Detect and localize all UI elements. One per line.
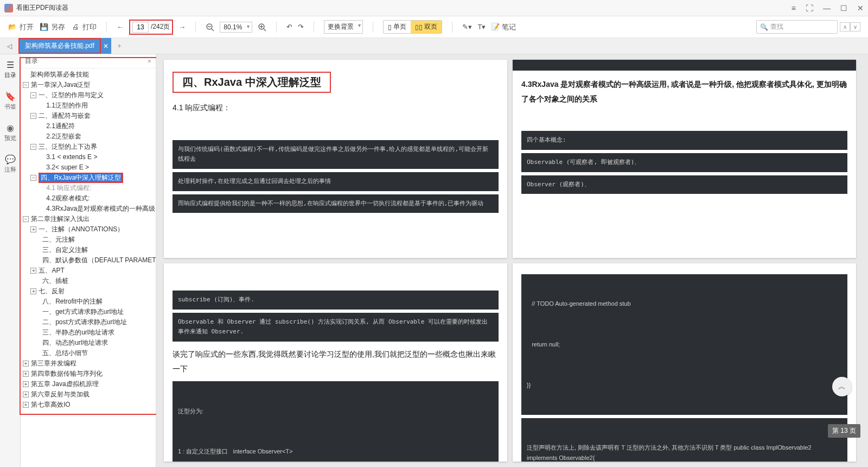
toc-item[interactable]: 二、元注解 xyxy=(23,235,155,245)
toc-item[interactable]: +一、注解（ANNOTATIONS） xyxy=(23,224,155,235)
code-block: 泛型分为: 1 : 自定义泛型接口 interface Observer<T> … xyxy=(173,381,499,462)
search-next-button[interactable]: ∨ xyxy=(850,22,860,31)
code-block: Observer (观察者)、 xyxy=(521,175,847,194)
toc-item[interactable]: 三、自定义注解 xyxy=(23,245,155,255)
toc-ch7[interactable]: +第七章高效IO xyxy=(23,400,155,410)
minimize-icon[interactable]: — xyxy=(823,4,831,12)
toc-item[interactable]: −二、通配符与嵌套 xyxy=(23,111,155,121)
toc-item[interactable]: 二、post方式请求静态url地址 xyxy=(23,317,155,327)
code-block: 泛型声明在方法上, 则除去该声明有 T 泛型的方法之外, 其他方法不识别 T 类… xyxy=(521,418,847,462)
rail-preview[interactable]: ◉预览 xyxy=(4,123,16,142)
toc-item[interactable]: 3.1 < extends E > xyxy=(23,152,155,162)
tab-close-button[interactable]: ✕ xyxy=(100,38,111,54)
body-text: 谈完了响应式的一些东西,我觉得既然要讨论学习泛型的使用,我们就把泛型的一些概念也… xyxy=(173,347,499,376)
notes-button[interactable]: 📝笔记 xyxy=(491,22,516,32)
prev-page-button[interactable]: ← xyxy=(117,23,124,31)
document-tab[interactable]: 架构师筑基必备技能.pdf xyxy=(18,38,101,54)
menu-icon[interactable]: ≡ xyxy=(792,4,796,12)
rail-toc[interactable]: ☰目录 xyxy=(4,60,16,79)
single-page-icon: ▯ xyxy=(388,23,392,31)
background-select[interactable]: 更换背景 xyxy=(324,20,363,34)
print-button[interactable]: 🖨打印 xyxy=(71,22,97,32)
toc-item[interactable]: 4.2观察者模式: xyxy=(23,193,155,204)
code-block: // TODO Auto-generated method stub retur… xyxy=(521,274,847,415)
search-prev-button[interactable]: ∧ xyxy=(840,22,850,31)
page-top-left: 四、RxJava 中深入理解泛型 4.1 响应式编程： 与我们传统编码(函数式编… xyxy=(164,60,507,258)
toc-item[interactable]: 八、Retrofit中的注解 xyxy=(23,296,155,307)
toc-item[interactable]: −一、泛型的作用与定义 xyxy=(23,90,155,100)
toc-tree: 架构师筑基必备技能 −第一章深入Java泛型 −一、泛型的作用与定义 1.1泛型… xyxy=(21,68,156,467)
open-button[interactable]: 📂打开 xyxy=(8,22,34,32)
toc-ch3[interactable]: +第三章并发编程 xyxy=(23,358,155,369)
title-bar: 看图王PDF阅读器 ≡ ⛶ — ☐ ✕ xyxy=(0,0,868,16)
toc-header: 目录 × xyxy=(21,54,156,68)
toc-item[interactable]: 四、动态的url地址请求 xyxy=(23,338,155,348)
rail-bookmark[interactable]: 🔖书签 xyxy=(4,91,16,111)
page-bottom-left: subscribe (订阅)、事件. Observable 和 Observer… xyxy=(164,263,507,462)
search-icon: 🔍 xyxy=(760,23,768,31)
toc-ch5[interactable]: +第五章 Java虚拟机原理 xyxy=(23,379,155,389)
bookmark-icon: 🔖 xyxy=(5,91,16,102)
highlight-button[interactable]: ✎▾ xyxy=(462,23,472,31)
toc-title: 目录 xyxy=(25,56,38,66)
toc-item[interactable]: 六、插桩 xyxy=(23,276,155,286)
save-icon: 💾 xyxy=(39,22,49,32)
toc-close-button[interactable]: × xyxy=(147,57,151,65)
saveas-button[interactable]: 💾另存 xyxy=(39,22,65,32)
single-page-button[interactable]: ▯单页 xyxy=(384,21,411,33)
eye-icon: ◉ xyxy=(7,123,14,133)
code-block: Observable (可观察者, 即被观察者)、 xyxy=(521,153,847,172)
zoom-in-button[interactable] xyxy=(258,23,266,31)
dark-strip xyxy=(513,60,856,71)
double-page-button[interactable]: ▯▯双页 xyxy=(411,21,442,33)
rail-annot[interactable]: 💬注释 xyxy=(4,154,16,174)
annot-icon: 💬 xyxy=(5,154,16,165)
collapse-sidebar-button[interactable]: ◁ xyxy=(0,38,18,54)
code-block: 而响应式编程提供给我们的是一种不一样的思想,在响应式编程的世界中一切执行流程都是… xyxy=(173,194,499,213)
maximize-icon[interactable]: ☐ xyxy=(840,4,847,12)
code-block: subscribe (订阅)、事件. xyxy=(173,291,499,310)
toc-item[interactable]: 2.2泛型嵌套 xyxy=(23,131,155,142)
toc-ch4[interactable]: +第四章数据传输与序列化 xyxy=(23,369,155,379)
code-block: 处理耗时操作,在处理完成之后通过回调去处理之后的事情 xyxy=(173,172,499,191)
toc-ch6[interactable]: +第六章反射与类加载 xyxy=(23,389,155,400)
svg-line-4 xyxy=(264,29,266,31)
search-input[interactable]: 🔍 查找 xyxy=(756,20,838,34)
undo-button[interactable]: ↶ xyxy=(286,23,292,31)
zoom-out-button[interactable] xyxy=(206,23,214,31)
close-icon[interactable]: ✕ xyxy=(857,4,864,12)
toc-item[interactable]: 四、默认参数值（DEFAULT PARAMETE xyxy=(23,255,155,266)
next-page-button[interactable]: → xyxy=(178,23,186,31)
toc-item[interactable]: 1.1泛型的作用 xyxy=(23,100,155,111)
back-to-top-button[interactable]: ︽ xyxy=(832,377,852,396)
redo-button[interactable]: ↷ xyxy=(298,23,304,31)
app-title: 看图王PDF阅读器 xyxy=(16,3,68,12)
toc-ch2[interactable]: −第二章注解深入浅出 xyxy=(23,214,155,224)
toc-item[interactable]: 3.2< super E > xyxy=(23,162,155,173)
toc-item[interactable]: 五、总结小细节 xyxy=(23,348,155,358)
toc-item[interactable]: 4.3RxJava是对观察者模式的一种高级 xyxy=(23,204,155,214)
tab-bar: ◁ 架构师筑基必备技能.pdf ✕ ＋ xyxy=(0,38,868,54)
new-tab-button[interactable]: ＋ xyxy=(111,38,127,54)
fullscreen-icon[interactable]: ⛶ xyxy=(806,4,813,12)
code-block: 与我们传统编码(函数式编程)不一样,传统编码是做完这件事之后做另外一件事,给人的… xyxy=(173,140,499,169)
double-page-icon: ▯▯ xyxy=(415,23,423,31)
code-block: Observable 和 Observer 通过 subscribe() 方法实… xyxy=(173,313,499,342)
toc-item[interactable]: 三、半静态的url地址请求 xyxy=(23,327,155,338)
zoom-select[interactable]: 80.1% xyxy=(220,22,252,33)
page-bottom-right: // TODO Auto-generated method stub retur… xyxy=(513,263,856,462)
page-input[interactable] xyxy=(132,22,149,33)
toc-root[interactable]: 架构师筑基必备技能 xyxy=(23,70,155,80)
page-number-box: /242页 xyxy=(129,20,173,35)
body-text: 4.3RxJava 是对观察者模式的一种高级运用, 或者说是一种升级, 他把观察… xyxy=(521,77,847,106)
toc-item-selected[interactable]: −四、RxJava中深入理解泛型 xyxy=(23,173,155,183)
page-area[interactable]: 四、RxJava 中深入理解泛型 4.1 响应式编程： 与我们传统编码(函数式编… xyxy=(156,54,868,467)
toc-item[interactable]: +五、APT xyxy=(23,266,155,276)
toc-item[interactable]: 2.1通配符 xyxy=(23,121,155,131)
toc-item[interactable]: −三、泛型的上下边界 xyxy=(23,142,155,152)
toc-ch1[interactable]: −第一章深入Java泛型 xyxy=(23,80,155,90)
toc-item[interactable]: 一、get方式请求静态url地址 xyxy=(23,307,155,317)
toc-item[interactable]: 4.1 响应式编程: xyxy=(23,183,155,193)
toc-item[interactable]: +七、反射 xyxy=(23,286,155,296)
text-button[interactable]: T▾ xyxy=(477,23,486,31)
